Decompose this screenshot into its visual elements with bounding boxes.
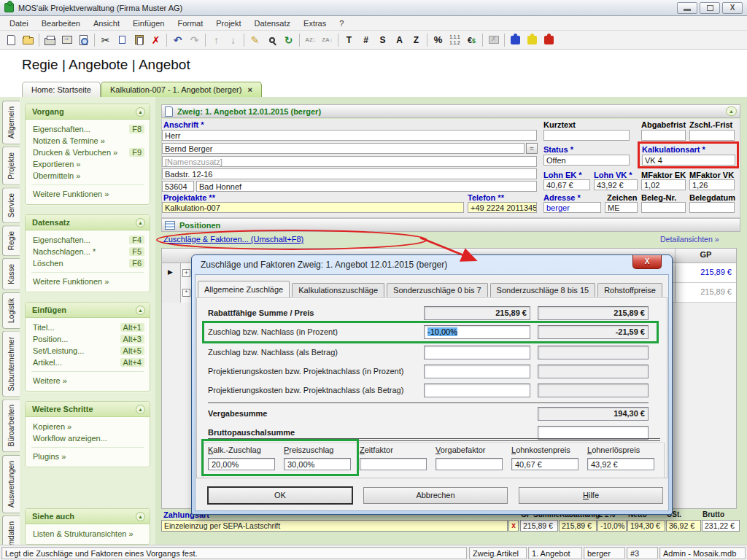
numbering-rows-button[interactable]: # xyxy=(357,32,374,48)
sum-rows-button[interactable]: Z xyxy=(408,32,425,48)
zschl-frist-field[interactable] xyxy=(689,130,735,141)
print-fax-button[interactable] xyxy=(58,32,75,48)
collapse-panel-button[interactable]: ▲ xyxy=(726,106,737,116)
name-field[interactable]: Bernd Berger xyxy=(162,143,525,154)
sidebar-item-notizen[interactable]: Notizen & Termine » xyxy=(26,135,150,147)
collapse-icon[interactable]: ▲ xyxy=(136,405,145,414)
tab-kalkulation[interactable]: Kalkulation-007 - 1. Angebot (berger) × xyxy=(101,82,262,97)
mfaktor-vk-field[interactable]: 1,26 xyxy=(689,179,735,190)
section-header[interactable]: Datensatz ▲ xyxy=(26,215,150,230)
outline-numbering-button[interactable]: 1.1.1 1.1.2 xyxy=(446,32,463,48)
dialog-tab-allgemeine-zuschlaege[interactable]: Allgemeine Zuschläge xyxy=(198,281,290,298)
sidebar-item-plugins[interactable]: Plugins » xyxy=(26,451,150,462)
projektakte-field[interactable]: Kalkulation-007 xyxy=(162,202,464,213)
collapse-icon[interactable]: ▲ xyxy=(136,512,145,521)
percent-button[interactable]: % xyxy=(430,32,446,48)
gp-column-header[interactable]: GP xyxy=(676,250,736,259)
sidebar-item-uebermitteln[interactable]: Übermitteln » xyxy=(26,170,150,182)
sidebar-item-titel[interactable]: Titel...Alt+1 xyxy=(26,322,150,333)
section-header[interactable]: Weitere Schritte ▲ xyxy=(26,402,150,417)
module-tab-auswertungen[interactable]: Auswertungen xyxy=(2,455,20,513)
collapse-icon[interactable]: ▲ xyxy=(136,218,145,228)
ok-button[interactable]: OK xyxy=(208,487,352,504)
sidebar-item-set-leistung[interactable]: Set/Leistung...Alt+5 xyxy=(26,345,150,357)
telefon-field[interactable]: +49 2224 2011345 xyxy=(468,202,537,213)
refresh-button[interactable]: ↻ xyxy=(280,32,297,48)
currency-button[interactable]: €$ xyxy=(463,32,480,48)
set-rows-button[interactable]: S xyxy=(374,32,391,48)
lohnerloespreis-input[interactable]: 43,92 € xyxy=(587,458,654,470)
clear-zahlungsart-button[interactable]: x xyxy=(508,520,519,532)
lohn-ek-field[interactable]: 40,67 € xyxy=(543,179,590,190)
zeichen-field[interactable]: ME xyxy=(605,202,638,213)
sort-descending-button[interactable]: ZA↓ xyxy=(319,32,336,48)
module-tab-subunternehmer[interactable]: Subunternehmer xyxy=(2,331,20,397)
restore-button[interactable] xyxy=(700,2,720,14)
module-tab-bueroarbeiten[interactable]: Büroarbeiten xyxy=(2,399,20,452)
tab-home[interactable]: Home: Startseite xyxy=(22,82,101,97)
sidebar-item-exportieren[interactable]: Exportieren » xyxy=(26,158,150,170)
copy-button[interactable] xyxy=(114,32,131,48)
belegdatum-field[interactable] xyxy=(689,202,735,213)
cut-button[interactable]: ✂ xyxy=(97,32,114,48)
plugin-red-button[interactable] xyxy=(541,32,557,48)
collapse-icon[interactable]: ▲ xyxy=(136,306,145,315)
sidebar-item-drucken[interactable]: Drucken & Verbuchen »F9 xyxy=(26,147,150,158)
projektierung-prozent-input[interactable] xyxy=(424,365,530,378)
module-tab-stammdaten[interactable]: Stammdaten xyxy=(2,516,20,545)
beleg-nr-field[interactable] xyxy=(641,202,686,213)
dialog-tab-sonderzuschlaege-0-7[interactable]: Sonderzuschläge 0 bis 7 xyxy=(387,283,487,297)
expand-icon[interactable]: + xyxy=(182,269,190,277)
preiszuschlag-input[interactable]: 30,00% xyxy=(284,458,351,470)
sidebar-item-kopieren[interactable]: Kopieren » xyxy=(26,421,150,432)
cancel-button[interactable]: Abbrechen xyxy=(363,487,508,504)
status-field[interactable]: Offen xyxy=(543,155,630,166)
strasse-field[interactable]: Badstr. 12-16 xyxy=(162,168,537,179)
vorgabefaktor-input[interactable] xyxy=(436,458,503,470)
tab-close-icon[interactable]: × xyxy=(247,85,252,94)
sidebar-item-artikel[interactable]: Artikel...Alt+4 xyxy=(26,357,150,368)
menu-einfuegen[interactable]: Einfügen xyxy=(126,17,171,30)
kalkulationsart-field[interactable]: VK 4 xyxy=(642,155,735,166)
new-document-button[interactable] xyxy=(3,32,20,48)
mfaktor-ek-field[interactable]: 1,02 xyxy=(641,179,686,190)
zeitfaktor-input[interactable] xyxy=(360,458,427,470)
plz-field[interactable]: 53604 xyxy=(162,181,194,192)
sidebar-item-nachschlagen[interactable]: Nachschlagen... *F5 xyxy=(26,246,150,257)
row-selector-2[interactable] xyxy=(162,283,181,303)
signature-lookup-button[interactable]: ≈ xyxy=(526,143,538,154)
undo-button[interactable]: ↶ xyxy=(169,32,186,48)
lohn-vk-field[interactable]: 43,92 € xyxy=(594,179,638,190)
module-tab-projekte[interactable]: Projekte xyxy=(2,147,20,185)
sidebar-item-ds-eigenschaften[interactable]: Eigenschaften...F4 xyxy=(26,234,150,246)
help-button[interactable]: Hilfe xyxy=(519,487,663,504)
find-button[interactable] xyxy=(263,32,280,48)
sidebar-item-weitere[interactable]: Weitere » xyxy=(26,375,150,386)
module-tab-allgemein[interactable]: Allgemein xyxy=(2,101,20,144)
anrede-field[interactable]: Herr xyxy=(162,130,537,141)
sidebar-item-loeschen[interactable]: LöschenF6 xyxy=(26,257,150,269)
nachlass-prozent-input[interactable]: -10,00% xyxy=(424,325,530,339)
sidebar-item-listen-strukturansichten[interactable]: Listen & Strukturansichten » xyxy=(26,528,150,540)
menu-bearbeiten[interactable]: Bearbeiten xyxy=(35,17,87,30)
sort-ascending-button[interactable]: AZ↓ xyxy=(302,32,319,48)
plugin-yellow-button[interactable] xyxy=(524,32,541,48)
sidebar-item-ds-weitere-funktionen[interactable]: Weitere Funktionen » xyxy=(26,276,150,287)
menu-format[interactable]: Format xyxy=(171,17,209,30)
namenszusatz-field[interactable]: [Namenszusatz] xyxy=(162,156,537,167)
menu-ansicht[interactable]: Ansicht xyxy=(87,17,126,30)
collapse-icon[interactable]: ▲ xyxy=(136,107,145,117)
sidebar-item-weitere-funktionen[interactable]: Weitere Funktionen » xyxy=(26,188,150,200)
menu-help[interactable]: ? xyxy=(333,17,350,30)
module-tab-kasse[interactable]: Kasse xyxy=(2,258,20,290)
lohnkostenpreis-input[interactable]: 40,67 € xyxy=(511,458,578,470)
menu-extras[interactable]: Extras xyxy=(297,17,333,30)
section-header[interactable]: Siehe auch ▲ xyxy=(26,509,150,524)
row-selector-1[interactable]: ▶ xyxy=(162,263,181,283)
sidebar-item-workflow[interactable]: Workflow anzeigen... xyxy=(26,432,150,444)
move-down-button[interactable]: ↓ xyxy=(225,32,241,48)
dialog-close-button[interactable]: X xyxy=(632,255,662,269)
redo-button[interactable]: ↷ xyxy=(186,32,203,48)
kurztext-field[interactable] xyxy=(543,130,630,141)
kalk-zuschlag-input[interactable]: 20,00% xyxy=(208,458,275,470)
